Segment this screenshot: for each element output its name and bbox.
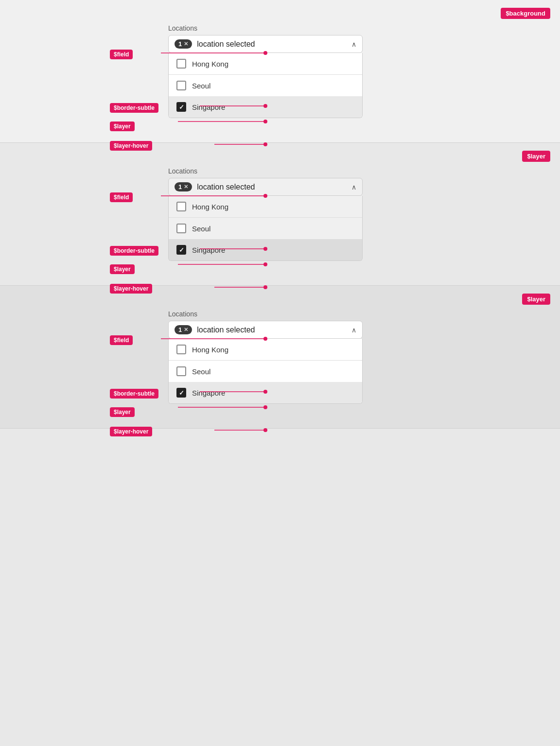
select-text-3: location selected <box>197 326 351 334</box>
dropdown-item-hong-kong-2[interactable]: Hong Kong <box>169 196 362 217</box>
component-area-3: $field $border-subtle $layer $layer-hove… <box>0 305 560 404</box>
ann-layer-2: $layer <box>110 264 135 274</box>
item-label-seoul-3: Seoul <box>192 367 210 376</box>
component-area-2: $field $border-subtle $layer $layer-hove… <box>0 162 560 261</box>
check-icon-singapore-1: ✓ <box>179 104 184 111</box>
ann-field-2: $field <box>110 192 133 202</box>
item-label-hong-kong-3: Hong Kong <box>192 346 228 354</box>
badge-close-2[interactable]: ✕ <box>184 184 188 190</box>
badge-close-3[interactable]: ✕ <box>184 327 188 333</box>
svg-point-20 <box>263 405 267 409</box>
select-trigger-1[interactable]: 1 ✕ location selected ∧ <box>168 35 363 53</box>
select-badge-2: 1 ✕ <box>175 182 192 191</box>
select-container-1: Locations 1 ✕ location selected ∧ Hong K… <box>168 24 363 118</box>
dropdown-item-hong-kong-1[interactable]: Hong Kong <box>169 53 362 74</box>
check-icon-singapore-3: ✓ <box>179 389 184 397</box>
badge-count-3: 1 <box>178 326 182 333</box>
select-trigger-3[interactable]: 1 ✕ location selected ∧ <box>168 321 363 339</box>
badge-close-1[interactable]: ✕ <box>184 41 188 47</box>
chevron-up-icon-2: ∧ <box>351 183 356 191</box>
dropdown-item-singapore-1[interactable]: ✓ Singapore <box>169 96 362 118</box>
checkbox-seoul-3[interactable] <box>176 366 186 376</box>
ann-border-subtle-2: $border-subtle <box>110 246 158 256</box>
dropdown-item-seoul-3[interactable]: Seoul <box>169 361 362 382</box>
item-label-singapore-2: Singapore <box>192 246 225 254</box>
ann-field-3: $field <box>110 335 133 345</box>
section-3: $layer $field $border-subtle $layer $lay… <box>0 286 560 429</box>
layer-badge-2: $layer <box>522 151 550 162</box>
select-container-3: Locations 1 ✕ location selected ∧ Hong K… <box>168 310 363 404</box>
select-text-1: location selected <box>197 40 351 49</box>
item-label-singapore-1: Singapore <box>192 103 225 111</box>
ann-layer-hover-2: $layer-hover <box>110 284 152 294</box>
badge-count-1: 1 <box>178 40 182 48</box>
ann-layer-hover-3: $layer-hover <box>110 427 152 436</box>
select-text-2: location selected <box>197 183 351 191</box>
svg-point-12 <box>263 262 267 266</box>
section-1: $background $field $border-subtle $layer… <box>0 0 560 143</box>
ann-field-1: $field <box>110 50 133 59</box>
checkbox-hong-kong-3[interactable] <box>176 345 186 354</box>
ann-layer-hover-1: $layer-hover <box>110 141 152 151</box>
item-label-hong-kong-2: Hong Kong <box>192 203 228 211</box>
ann-layer-1: $layer <box>110 121 135 131</box>
component-area-1: $field $border-subtle $layer $layer-hove… <box>0 19 560 118</box>
dropdown-item-hong-kong-3[interactable]: Hong Kong <box>169 339 362 360</box>
layer-badge-3: $layer <box>522 294 550 305</box>
checkbox-hong-kong-1[interactable] <box>176 59 186 69</box>
locations-label-1: Locations <box>168 24 363 32</box>
checkbox-seoul-1[interactable] <box>176 81 186 90</box>
component-wrapper-1: $field $border-subtle $layer $layer-hove… <box>110 24 450 118</box>
badge-count-2: 1 <box>178 183 182 191</box>
ann-border-subtle-3: $border-subtle <box>110 389 158 399</box>
ann-border-subtle-1: $border-subtle <box>110 103 158 113</box>
locations-label-2: Locations <box>168 167 363 175</box>
checkbox-singapore-1[interactable]: ✓ <box>176 102 186 112</box>
dropdown-item-seoul-2[interactable]: Seoul <box>169 218 362 239</box>
select-badge-3: 1 ✕ <box>175 325 192 334</box>
item-label-seoul-2: Seoul <box>192 225 210 233</box>
dropdown-1: Hong Kong Seoul ✓ Singapore <box>168 53 363 118</box>
item-label-hong-kong-1: Hong Kong <box>192 60 228 68</box>
component-wrapper-3: $field $border-subtle $layer $layer-hove… <box>110 310 450 404</box>
background-badge: $background <box>501 8 550 19</box>
section-2: $layer $field $border-subtle $layer $lay… <box>0 143 560 286</box>
select-badge-1: 1 ✕ <box>175 39 192 49</box>
checkbox-seoul-2[interactable] <box>176 224 186 233</box>
checkbox-hong-kong-2[interactable] <box>176 202 186 211</box>
select-trigger-2[interactable]: 1 ✕ location selected ∧ <box>168 178 363 196</box>
dropdown-3: Hong Kong Seoul ✓ Singapore <box>168 339 363 404</box>
item-label-seoul-1: Seoul <box>192 82 210 90</box>
checkbox-singapore-2[interactable]: ✓ <box>176 245 186 255</box>
svg-point-22 <box>263 428 267 432</box>
item-label-singapore-3: Singapore <box>192 389 225 397</box>
checkbox-singapore-3[interactable]: ✓ <box>176 388 186 398</box>
chevron-up-icon-1: ∧ <box>351 40 356 48</box>
dropdown-2: Hong Kong Seoul ✓ Singapore <box>168 196 363 261</box>
svg-point-4 <box>263 120 267 123</box>
dropdown-item-seoul-1[interactable]: Seoul <box>169 75 362 96</box>
component-wrapper-2: $field $border-subtle $layer $layer-hove… <box>110 167 450 261</box>
check-icon-singapore-2: ✓ <box>179 246 184 254</box>
locations-label-3: Locations <box>168 310 363 318</box>
select-container-2: Locations 1 ✕ location selected ∧ Hong K… <box>168 167 363 261</box>
dropdown-item-singapore-3[interactable]: ✓ Singapore <box>169 382 362 403</box>
chevron-up-icon-3: ∧ <box>351 326 356 334</box>
ann-layer-3: $layer <box>110 407 135 417</box>
dropdown-item-singapore-2[interactable]: ✓ Singapore <box>169 239 362 260</box>
